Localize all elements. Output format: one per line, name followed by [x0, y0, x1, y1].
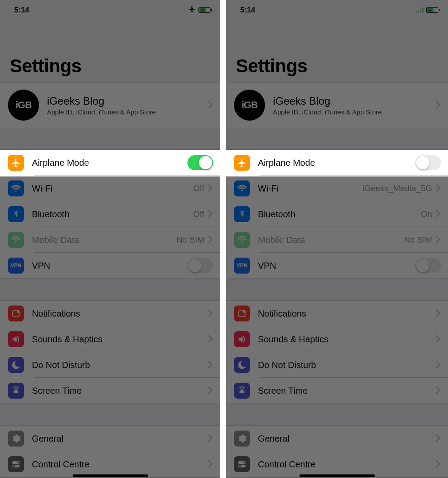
dnd-row[interactable]: Do Not Disturb: [0, 352, 220, 378]
screenshot-divider: [220, 0, 226, 478]
vpn-icon: VPN: [234, 258, 250, 274]
airplane-indicator-icon: [188, 5, 196, 15]
sounds-row[interactable]: Sounds & Haptics: [0, 326, 220, 352]
general-section: General Control Centre: [0, 425, 220, 478]
notifications-icon: [234, 306, 250, 321]
screentime-row[interactable]: Screen Time: [0, 378, 220, 404]
gear-icon: [8, 431, 24, 447]
notifications-row[interactable]: Notifications: [226, 301, 448, 326]
airplane-icon: [8, 155, 24, 171]
mobile-data-row[interactable]: Mobile Data No SIM: [0, 227, 220, 253]
bluetooth-icon: [234, 206, 250, 222]
avatar: iGB: [8, 90, 39, 121]
wifi-value: Off: [193, 184, 204, 193]
control-centre-row[interactable]: Control Centre: [0, 451, 220, 477]
chevron-icon: [208, 183, 213, 194]
chevron-icon: [436, 359, 441, 371]
phone-right: 5:14 Settings iGB iGeeks Blog Apple ID, …: [226, 0, 448, 478]
apple-id-row[interactable]: iGB iGeeks Blog Apple ID, iCloud, iTunes…: [226, 82, 448, 128]
page-title: Settings: [0, 20, 220, 82]
sounds-row[interactable]: Sounds & Haptics: [226, 326, 448, 352]
notifications-icon: [8, 306, 24, 321]
apple-id-sub: Apple ID, iCloud, iTunes & App Store: [273, 108, 436, 116]
chevron-icon: [208, 433, 213, 444]
wifi-row[interactable]: Wi-Fi Off: [0, 176, 220, 201]
status-bar: 5:14: [226, 0, 448, 20]
wifi-icon: [8, 180, 24, 196]
dnd-label: Do Not Disturb: [32, 360, 208, 370]
screentime-label: Screen Time: [32, 386, 208, 396]
screentime-row[interactable]: Screen Time: [226, 378, 448, 404]
vpn-toggle[interactable]: [187, 258, 213, 273]
antenna-icon: [234, 232, 250, 248]
general-row[interactable]: General: [0, 426, 220, 451]
notifications-label: Notifications: [32, 309, 208, 319]
mobile-value: No SIM: [404, 235, 432, 245]
apple-id-name: iGeeks Blog: [273, 95, 436, 107]
bluetooth-value: Off: [193, 209, 204, 219]
control-centre-label: Control Centre: [258, 459, 436, 470]
apple-id-row[interactable]: iGB iGeeks Blog Apple ID, iCloud, iTunes…: [0, 82, 220, 128]
bluetooth-row[interactable]: Bluetooth On: [226, 201, 448, 227]
wifi-label: Wi-Fi: [32, 184, 193, 194]
chevron-icon: [436, 385, 441, 396]
mobile-value: No SIM: [176, 235, 204, 245]
apple-id-name: iGeeks Blog: [47, 95, 208, 107]
chevron-icon: [436, 183, 441, 194]
airplane-label: Airplane Mode: [258, 158, 415, 168]
apple-id-section: iGB iGeeks Blog Apple ID, iCloud, iTunes…: [0, 82, 220, 128]
gear-icon: [234, 431, 250, 447]
bluetooth-row[interactable]: Bluetooth Off: [0, 201, 220, 227]
chevron-icon: [436, 208, 441, 220]
vpn-row[interactable]: VPN VPN: [226, 253, 448, 278]
bluetooth-value: On: [421, 209, 432, 219]
connectivity-section: Airplane Mode Wi-Fi Off Bluetooth Off Mo…: [0, 149, 220, 279]
status-time: 5:14: [240, 6, 255, 15]
status-bar: 5:14: [0, 0, 220, 20]
general-row[interactable]: General: [226, 426, 448, 451]
connectivity-section: Airplane Mode Wi-Fi iGeeks_Media_5G Blue…: [226, 149, 448, 279]
chevron-icon: [436, 433, 441, 444]
general-label: General: [258, 434, 436, 444]
signal-icon: [416, 8, 424, 13]
vpn-toggle[interactable]: [415, 258, 441, 273]
chevron-icon: [436, 333, 441, 345]
notifications-section: Notifications Sounds & Haptics Do Not Di…: [226, 300, 448, 404]
chevron-icon: [436, 308, 441, 319]
notifications-row[interactable]: Notifications: [0, 301, 220, 326]
apple-id-sub: Apple ID, iCloud, iTunes & App Store: [47, 108, 208, 116]
vpn-label: VPN: [258, 261, 415, 271]
mobile-label: Mobile Data: [32, 235, 176, 245]
notifications-label: Notifications: [258, 309, 436, 319]
dnd-label: Do Not Disturb: [258, 360, 436, 370]
vpn-label: VPN: [32, 261, 187, 271]
battery-icon: [426, 7, 438, 13]
page-title: Settings: [226, 20, 448, 82]
chevron-icon: [436, 99, 441, 111]
airplane-label: Airplane Mode: [32, 158, 187, 168]
general-label: General: [32, 434, 208, 444]
phone-left: 5:14 Settings iGB iGeeks Blog Apple ID, …: [0, 0, 220, 478]
chevron-icon: [436, 458, 441, 470]
home-indicator[interactable]: [300, 474, 375, 477]
chevron-icon: [208, 385, 213, 396]
dnd-row[interactable]: Do Not Disturb: [226, 352, 448, 378]
airplane-toggle[interactable]: [187, 155, 213, 170]
vpn-row[interactable]: VPN VPN: [0, 253, 220, 278]
airplane-mode-row[interactable]: Airplane Mode: [226, 150, 448, 176]
control-centre-row[interactable]: Control Centre: [226, 451, 448, 477]
airplane-toggle[interactable]: [415, 155, 441, 170]
chevron-icon: [208, 458, 213, 470]
wifi-icon: [234, 180, 250, 196]
home-indicator[interactable]: [73, 474, 148, 477]
speaker-icon: [8, 331, 24, 347]
mobile-data-row[interactable]: Mobile Data No SIM: [226, 227, 448, 253]
toggles-icon: [8, 456, 24, 472]
general-section: General Control Centre: [226, 425, 448, 478]
hourglass-icon: [8, 383, 24, 399]
airplane-mode-row[interactable]: Airplane Mode: [0, 150, 220, 176]
status-time: 5:14: [14, 6, 29, 15]
chevron-icon: [208, 333, 213, 345]
screentime-label: Screen Time: [258, 386, 436, 396]
wifi-row[interactable]: Wi-Fi iGeeks_Media_5G: [226, 176, 448, 201]
